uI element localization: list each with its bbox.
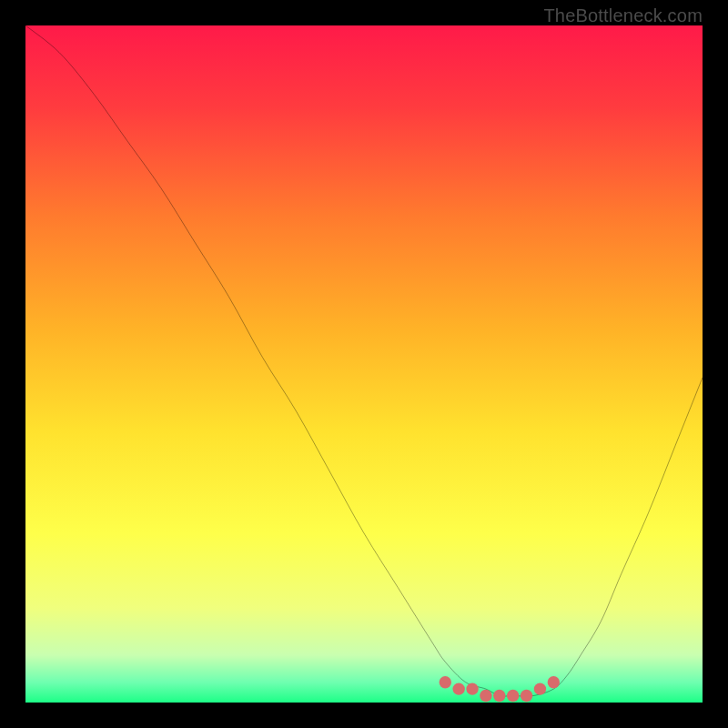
sweet-spot-dot (521, 690, 532, 702)
plot-area (25, 25, 703, 703)
sweet-spot-dot (480, 690, 491, 702)
sweet-spot-dot (507, 690, 519, 702)
sweet-spot-dot (440, 676, 451, 688)
watermark-text: TheBottleneck.com (543, 5, 703, 26)
sweet-spot-dot (466, 682, 478, 694)
chart-frame: TheBottleneck.com (0, 0, 728, 728)
sweet-spot-dot (548, 676, 560, 688)
bottleneck-curve (25, 25, 703, 696)
sweet-spot-dot (452, 682, 464, 694)
curve-layer (25, 25, 703, 703)
sweet-spot-dots (440, 676, 560, 702)
sweet-spot-dot (493, 690, 505, 702)
sweet-spot-dot (534, 682, 546, 694)
